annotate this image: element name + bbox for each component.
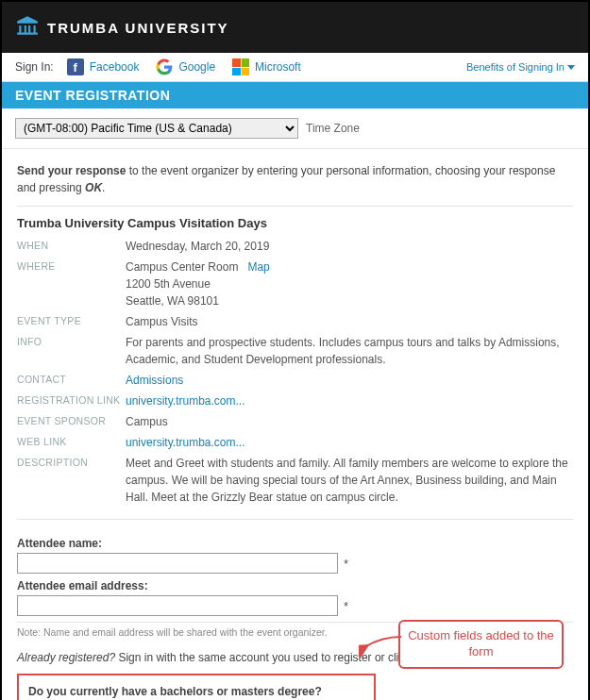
- brand-header: TRUMBA UNIVERSITY: [2, 2, 588, 53]
- required-icon: *: [344, 557, 348, 571]
- desc-value: Meet and Greet with students and family.…: [126, 455, 573, 506]
- main-content: Send your response to the event organize…: [2, 149, 588, 700]
- where-value: Campus Center Room Map1200 5th AvenueSea…: [126, 258, 573, 309]
- custom-fields-box: Do you currently have a bachelors or mas…: [17, 674, 376, 700]
- signin-label: Sign In:: [15, 60, 54, 74]
- intro-text: Send your response to the event organize…: [17, 162, 573, 196]
- university-icon: [15, 14, 40, 42]
- signin-microsoft[interactable]: Microsoft: [232, 58, 301, 75]
- custom-degree-label: Do you currently have a bachelors or mas…: [28, 685, 364, 698]
- divider: [17, 206, 573, 207]
- contact-label: CONTACT: [17, 372, 126, 385]
- microsoft-icon: [232, 58, 249, 75]
- chevron-down-icon: [567, 65, 575, 70]
- registration-link[interactable]: university.trumba.com...: [126, 392, 573, 409]
- web-link[interactable]: university.trumba.com...: [126, 434, 573, 451]
- google-icon: [156, 58, 173, 75]
- weblink-label: WEB LINK: [17, 434, 126, 447]
- signin-bar: Sign In: f Facebook Google Microsoft Ben…: [2, 53, 588, 82]
- info-label: INFO: [17, 334, 126, 347]
- required-icon: *: [344, 599, 348, 613]
- map-link[interactable]: Map: [247, 260, 269, 274]
- signin-google[interactable]: Google: [156, 58, 215, 75]
- attendee-name-input[interactable]: [17, 553, 338, 574]
- benefits-link[interactable]: Benefits of Signing In: [466, 61, 575, 73]
- signin-facebook-label: Facebook: [90, 60, 140, 74]
- contact-link[interactable]: Admissions: [126, 372, 573, 389]
- eventtype-label: EVENT TYPE: [17, 313, 126, 326]
- attendee-form: Attendee name: * Attendee email address:…: [17, 519, 573, 700]
- event-details: WHENWednesday, March 20, 2019 WHERECampu…: [17, 236, 573, 508]
- page-title: EVENT REGISTRATION: [2, 82, 588, 108]
- signin-google-label: Google: [178, 60, 215, 74]
- sponsor-value: Campus: [126, 413, 573, 430]
- annotation-callout: Custom fields added to the form: [398, 620, 564, 669]
- signin-microsoft-label: Microsoft: [255, 60, 301, 74]
- signin-facebook[interactable]: f Facebook: [67, 58, 140, 75]
- where-label: WHERE: [17, 258, 126, 272]
- brand-logo: TRUMBA UNIVERSITY: [15, 14, 229, 42]
- desc-label: DESCRIPTION: [17, 455, 126, 468]
- eventtype-value: Campus Visits: [126, 313, 573, 330]
- timezone-label: Time Zone: [306, 122, 360, 135]
- attendee-email-input[interactable]: [17, 595, 338, 616]
- app-window: TRUMBA UNIVERSITY Sign In: f Facebook Go…: [0, 0, 590, 700]
- event-title: Trumba University Campus Visitation Days: [17, 216, 573, 230]
- attendee-name-label: Attendee name:: [17, 537, 573, 550]
- brand-name: TRUMBA UNIVERSITY: [47, 20, 229, 36]
- facebook-icon: f: [67, 58, 84, 75]
- attendee-email-label: Attendee email address:: [17, 579, 573, 592]
- timezone-bar: (GMT-08:00) Pacific Time (US & Canada) T…: [2, 108, 588, 149]
- when-value: Wednesday, March 20, 2019: [126, 238, 573, 255]
- benefits-label: Benefits of Signing In: [466, 61, 565, 73]
- sponsor-label: EVENT SPONSOR: [17, 413, 126, 426]
- reglink-label: REGISTRATION LINK: [17, 392, 126, 406]
- when-label: WHEN: [17, 238, 126, 251]
- timezone-select[interactable]: (GMT-08:00) Pacific Time (US & Canada): [15, 118, 298, 139]
- info-value: For parents and prospective students. In…: [126, 334, 573, 368]
